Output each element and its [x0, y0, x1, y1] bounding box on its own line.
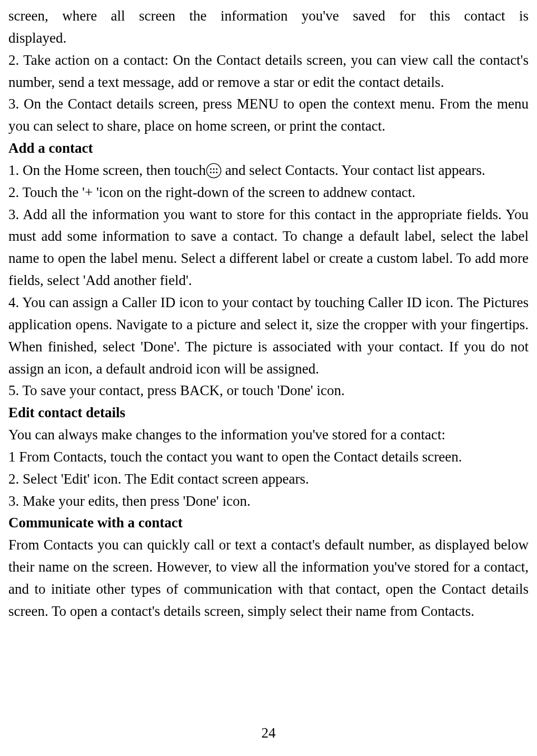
heading-communicate: Communicate with a contact	[8, 512, 529, 534]
paragraph-communicate: From Contacts you can quickly call or te…	[8, 534, 529, 622]
paragraph-edit-intro: You can always make changes to the infor…	[8, 424, 529, 446]
svg-point-1	[210, 168, 212, 170]
svg-point-5	[213, 171, 214, 173]
add-step1-text-after: and select Contacts. Your contact list a…	[222, 162, 485, 178]
svg-point-4	[210, 171, 212, 173]
document-body: screen, where all screen the information…	[8, 5, 529, 623]
heading-edit-contact: Edit contact details	[8, 402, 529, 424]
svg-point-3	[216, 168, 217, 170]
paragraph-add-step3: 3. Add all the information you want to s…	[8, 204, 529, 292]
add-step1-text-before: 1. On the Home screen, then touch	[8, 162, 206, 178]
paragraph-intro-line2: displayed.	[8, 27, 529, 50]
paragraph-add-step1: 1. On the Home screen, then touch and se…	[8, 160, 529, 182]
paragraph-add-step4: 4. You can assign a Caller ID icon to yo…	[8, 292, 529, 380]
paragraph-edit-step3: 3. Make your edits, then press 'Done' ic…	[8, 490, 529, 513]
paragraph-context-menu: 3. On the Contact details screen, press …	[8, 93, 529, 138]
paragraph-add-step5: 5. To save your contact, press BACK, or …	[8, 380, 529, 402]
svg-point-6	[216, 171, 217, 173]
apps-grid-icon	[206, 163, 222, 179]
paragraph-take-action: 2. Take action on a contact: On the Cont…	[8, 50, 529, 94]
paragraph-intro-line1: screen, where all screen the information…	[8, 5, 529, 27]
paragraph-add-step2: 2. Touch the '+ 'icon on the right-down …	[8, 182, 529, 204]
heading-add-contact: Add a contact	[8, 138, 529, 160]
page-number: 24	[0, 722, 537, 744]
paragraph-edit-step1: 1 From Contacts, touch the contact you w…	[8, 446, 529, 468]
svg-point-0	[206, 163, 221, 178]
paragraph-edit-step2: 2. Select 'Edit' icon. The Edit contact …	[8, 468, 529, 490]
svg-point-2	[213, 168, 214, 170]
